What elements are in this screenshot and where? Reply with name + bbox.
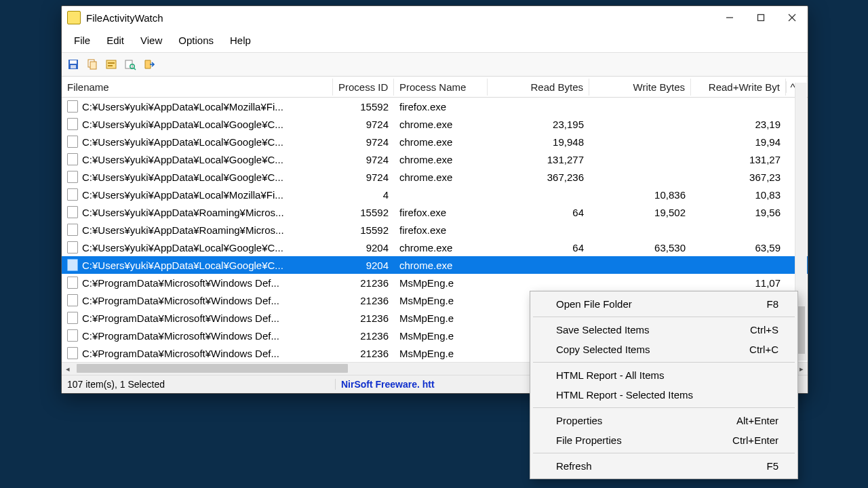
menu-file[interactable]: File (66, 33, 98, 47)
context-menu-item[interactable]: PropertiesAlt+Enter (532, 411, 796, 430)
file-icon (67, 241, 78, 253)
cell-rw: 367,23 (691, 171, 786, 183)
menu-help[interactable]: Help (222, 33, 259, 47)
context-menu-item[interactable]: File PropertiesCtrl+Enter (532, 430, 796, 450)
table-row[interactable]: C:¥Users¥yuki¥AppData¥Local¥Google¥C...9… (62, 168, 808, 186)
properties-icon[interactable] (104, 57, 119, 72)
cell-process-name: MsMpEng.e (394, 330, 488, 342)
cell-rw: 10,83 (691, 189, 786, 201)
cell-filename: C:¥Users¥yuki¥AppData¥Local¥Google¥C... (82, 242, 283, 253)
menu-label: HTML Report - All Items (556, 369, 664, 381)
table-row[interactable]: C:¥Users¥yuki¥AppData¥Local¥Google¥C...9… (62, 239, 808, 256)
h-scroll-thumb[interactable] (77, 364, 348, 373)
cell-filename: C:¥Users¥yuki¥AppData¥Roaming¥Micros... (82, 224, 284, 236)
cell-pid: 9724 (333, 136, 394, 148)
status-link[interactable]: NirSoft Freeware. htt (336, 379, 435, 390)
menu-accel: Alt+Enter (736, 415, 778, 426)
cell-read: 64 (488, 207, 589, 218)
cell-pid: 9724 (333, 171, 394, 183)
file-icon (67, 329, 78, 342)
cell-filename: C:¥Users¥yuki¥AppData¥Local¥Mozilla¥Fi..… (82, 189, 283, 201)
file-icon (67, 206, 78, 218)
col-filename[interactable]: Filename (62, 79, 333, 96)
svg-rect-5 (70, 60, 77, 64)
cell-filename: C:¥Users¥yuki¥AppData¥Local¥Google¥C... (82, 154, 283, 165)
col-write-bytes[interactable]: Write Bytes (589, 79, 691, 96)
cell-rw: 19,94 (691, 136, 786, 148)
cell-filename: C:¥Users¥yuki¥AppData¥Local¥Google¥C... (82, 119, 283, 130)
status-item-count: 107 item(s), 1 Selected (62, 379, 336, 390)
cell-pid: 9724 (333, 119, 394, 130)
file-icon (67, 171, 78, 183)
cell-pid: 21236 (333, 277, 394, 289)
save-icon[interactable] (66, 57, 81, 72)
svg-rect-1 (758, 15, 764, 21)
col-process-name[interactable]: Process Name (394, 79, 488, 96)
table-row[interactable]: C:¥Users¥yuki¥AppData¥Roaming¥Micros...1… (62, 221, 808, 239)
menu-separator (533, 407, 795, 408)
table-row[interactable]: C:¥Users¥yuki¥AppData¥Local¥Google¥C...9… (62, 133, 808, 150)
menu-label: Refresh (556, 460, 592, 472)
cell-write: 19,502 (589, 207, 691, 218)
exit-icon[interactable] (142, 57, 157, 72)
file-icon (67, 188, 78, 201)
svg-rect-9 (106, 60, 116, 68)
toolbar (62, 53, 808, 77)
cell-pid: 21236 (333, 348, 394, 359)
cell-read: 19,948 (488, 136, 589, 148)
table-row[interactable]: C:¥Users¥yuki¥AppData¥Roaming¥Micros...1… (62, 203, 808, 221)
table-row[interactable]: C:¥Users¥yuki¥AppData¥Local¥Google¥C...9… (62, 115, 808, 133)
cell-filename: C:¥ProgramData¥Microsoft¥Windows Def... (82, 295, 279, 306)
context-menu-item[interactable]: HTML Report - All Items (532, 365, 796, 385)
context-menu-item[interactable]: Copy Selected ItemsCtrl+C (532, 340, 796, 359)
file-icon (67, 100, 78, 113)
menubar: File Edit View Options Help (62, 29, 808, 53)
menu-edit[interactable]: Edit (98, 33, 132, 47)
file-icon (67, 294, 78, 306)
menu-accel: Ctrl+S (750, 324, 778, 336)
titlebar[interactable]: FileActivityWatch (62, 6, 808, 29)
maximize-button[interactable] (745, 6, 776, 29)
table-row[interactable]: C:¥Users¥yuki¥AppData¥Local¥Google¥C...9… (62, 256, 808, 274)
cell-pid: 15592 (333, 224, 394, 236)
cell-filename: C:¥Users¥yuki¥AppData¥Local¥Google¥C... (82, 171, 283, 183)
svg-rect-8 (90, 62, 96, 69)
table-row[interactable]: C:¥Users¥yuki¥AppData¥Local¥Mozilla¥Fi..… (62, 98, 808, 115)
menu-accel: Ctrl+C (749, 344, 778, 355)
context-menu-item[interactable]: Save Selected ItemsCtrl+S (532, 320, 796, 340)
table-row[interactable]: C:¥Users¥yuki¥AppData¥Local¥Mozilla¥Fi..… (62, 186, 808, 203)
minimize-button[interactable] (714, 6, 745, 29)
app-title: FileActivityWatch (86, 12, 163, 24)
file-icon (67, 224, 78, 236)
menu-label: Save Selected Items (556, 324, 650, 336)
context-menu-item[interactable]: RefreshF5 (532, 456, 796, 476)
menu-options[interactable]: Options (170, 33, 222, 47)
cell-filename: C:¥ProgramData¥Microsoft¥Windows Def... (82, 348, 279, 359)
cell-pid: 15592 (333, 207, 394, 218)
cell-process-name: firefox.exe (394, 207, 488, 218)
close-button[interactable] (776, 6, 808, 29)
context-menu: Open File FolderF8Save Selected ItemsCtr… (530, 291, 798, 479)
col-rw-bytes[interactable]: Read+Write Byt (691, 79, 786, 96)
find-icon[interactable] (123, 57, 138, 72)
cell-process-name: firefox.exe (394, 224, 488, 236)
context-menu-item[interactable]: HTML Report - Selected Items (532, 385, 796, 405)
table-row[interactable]: C:¥ProgramData¥Microsoft¥Windows Def...2… (62, 274, 808, 291)
file-icon (67, 277, 78, 289)
menu-view[interactable]: View (132, 33, 170, 47)
col-process-id[interactable]: Process ID (333, 79, 394, 96)
context-menu-item[interactable]: Open File FolderF8 (532, 294, 796, 314)
cell-process-name: chrome.exe (394, 242, 488, 253)
table-row[interactable]: C:¥Users¥yuki¥AppData¥Local¥Google¥C...9… (62, 150, 808, 168)
column-header-row: Filename Process ID Process Name Read By… (62, 77, 808, 98)
copy-icon[interactable] (85, 57, 100, 72)
scroll-left-icon[interactable]: ◂ (62, 363, 74, 375)
cell-process-name: chrome.exe (394, 260, 488, 271)
cell-pid: 9204 (333, 260, 394, 271)
col-read-bytes[interactable]: Read Bytes (488, 79, 589, 96)
cell-pid: 21236 (333, 295, 394, 306)
cell-filename: C:¥ProgramData¥Microsoft¥Windows Def... (82, 277, 279, 289)
menu-label: HTML Report - Selected Items (556, 389, 693, 401)
menu-accel: F5 (766, 460, 778, 472)
cell-rw: 19,56 (691, 207, 786, 218)
